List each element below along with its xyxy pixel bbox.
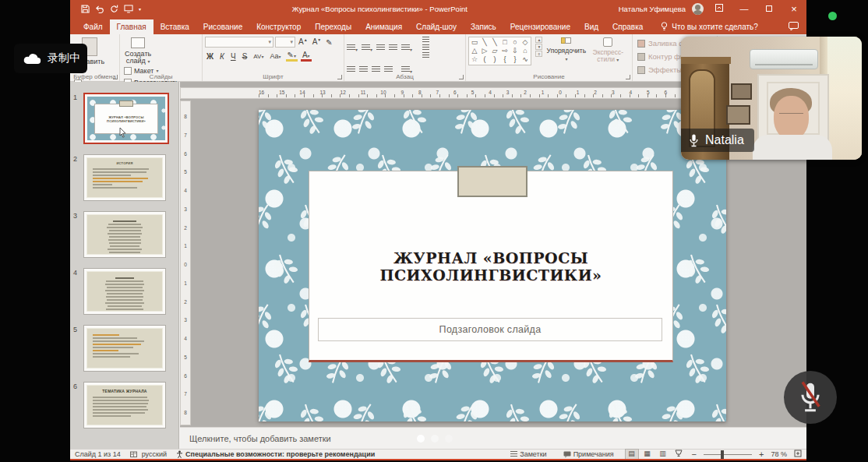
tab-Главная[interactable]: Главная <box>110 19 153 34</box>
slide-thumbnail-6[interactable]: ТЕМАТИКА ЖУРНАЛА <box>83 382 166 428</box>
account-avatar[interactable] <box>692 3 704 15</box>
slide-canvas[interactable]: ЖУРНАЛ «ВОПРОСЫ ПСИХОЛИНГВИСТИКИ» Подзаг… <box>259 110 726 421</box>
shapes-gallery[interactable]: ▭╲╲□○◇△▷▱⇨⇩⌂☆(){}∿ <box>468 37 531 65</box>
shape-icon[interactable]: { <box>501 55 509 64</box>
new-slide-button[interactable]: Создать слайд ▾ <box>122 37 153 65</box>
tab-Слайд-шоу[interactable]: Слайд-шоу <box>409 19 464 34</box>
shape-icon[interactable]: ○ <box>511 38 519 47</box>
slide-thumbnail-2[interactable]: ИСТОРИЯ <box>83 154 166 201</box>
proofing-icon[interactable] <box>130 451 137 458</box>
align-center-button[interactable] <box>359 66 368 73</box>
font-dialog-launcher[interactable] <box>337 75 342 79</box>
reading-view-button[interactable]: ▥ <box>657 450 669 459</box>
language-indicator[interactable]: русский <box>142 450 167 458</box>
align-right-button[interactable] <box>372 66 380 73</box>
shape-icon[interactable]: ( <box>481 55 489 64</box>
microphone-muted-button[interactable] <box>784 371 837 424</box>
tell-me-box[interactable]: Что вы хотите сделать? <box>661 22 758 34</box>
shape-icon[interactable]: ⌂ <box>521 47 529 55</box>
shape-icon[interactable]: ⇨ <box>501 47 509 55</box>
slide-thumbnail-3[interactable] <box>83 211 166 258</box>
zoom-out-button[interactable]: − <box>692 450 697 459</box>
italic-button[interactable]: К <box>218 52 226 61</box>
shape-icon[interactable]: ◇ <box>521 38 529 47</box>
tab-Анимация[interactable]: Анимация <box>358 19 409 34</box>
slide-thumbnail-5[interactable] <box>83 325 166 372</box>
drawing-dialog-launcher[interactable] <box>626 75 630 79</box>
text-direction-button[interactable] <box>422 37 429 43</box>
convert-smartart-button[interactable] <box>422 52 429 58</box>
shape-icon[interactable]: ▱ <box>491 47 499 55</box>
start-presentation-icon[interactable] <box>124 5 133 13</box>
font-name-combo[interactable]: ▾ <box>205 37 273 48</box>
redo-icon[interactable] <box>110 5 118 13</box>
slide-content-box[interactable]: ЖУРНАЛ «ВОПРОСЫ ПСИХОЛИНГВИСТИКИ» Подзаг… <box>309 171 673 362</box>
shape-icon[interactable]: ∿ <box>521 55 529 64</box>
fit-to-window-icon[interactable] <box>794 450 802 459</box>
notes-toggle-button[interactable]: Заметки <box>510 450 546 458</box>
tab-Запись[interactable]: Запись <box>464 19 503 34</box>
zoom-level[interactable]: 78 % <box>771 450 787 458</box>
slide-title[interactable]: ЖУРНАЛ «ВОПРОСЫ ПСИХОЛИНГВИСТИКИ» <box>309 249 672 284</box>
minimize-button[interactable]: — <box>735 0 753 18</box>
slide-counter[interactable]: Слайд 1 из 14 <box>75 450 121 458</box>
undo-icon[interactable] <box>95 5 104 13</box>
shape-icon[interactable]: ) <box>491 55 499 64</box>
tab-Вставка[interactable]: Вставка <box>153 19 196 34</box>
tab-Рисование[interactable]: Рисование <box>196 19 249 34</box>
numbering-button[interactable]: ▾ <box>362 41 372 55</box>
shape-icon[interactable]: ▭ <box>471 38 478 47</box>
slide-thumbnail-1[interactable]: ЖУРНАЛ «ВОПРОСЫ ПСИХОЛИНГВИСТИКИ» <box>83 93 169 144</box>
slide-sorter-view-button[interactable]: ▦ <box>641 450 654 459</box>
shape-icon[interactable]: ╲ <box>491 38 499 47</box>
save-icon[interactable] <box>81 5 90 13</box>
tab-Переходы[interactable]: Переходы <box>308 19 358 34</box>
decrease-indent-button[interactable] <box>376 44 385 51</box>
tab-Файл[interactable]: Файл <box>76 19 110 34</box>
line-spacing-button[interactable]: ▾ <box>401 41 412 55</box>
shapes-gallery-scroll[interactable]: ▲▼≡ <box>535 37 542 57</box>
ribbon-display-options-icon[interactable] <box>710 0 729 18</box>
notes-placeholder[interactable]: Щелкните, чтобы добавить заметки <box>189 434 331 443</box>
comments-toggle-button[interactable]: Примечания <box>563 450 614 458</box>
underline-button[interactable]: Ч <box>229 52 238 61</box>
accessibility-status[interactable]: Специальные возможности: проверьте реком… <box>176 450 375 458</box>
shape-icon[interactable]: ☆ <box>471 55 478 64</box>
tab-Вид[interactable]: Вид <box>577 19 605 34</box>
tab-Справка[interactable]: Справка <box>605 19 650 34</box>
comments-icon[interactable] <box>789 22 799 32</box>
align-text-button[interactable] <box>422 44 429 51</box>
slideshow-view-button[interactable] <box>672 450 685 459</box>
text-highlight-button[interactable]: ✎▾ <box>286 51 298 62</box>
normal-view-button[interactable]: ▤ <box>626 450 638 459</box>
zoom-slider[interactable] <box>704 454 752 455</box>
shape-icon[interactable]: ▷ <box>481 47 489 55</box>
slide-thumbnail-4[interactable] <box>83 268 166 315</box>
clipboard-dialog-launcher[interactable] <box>113 75 118 79</box>
shape-icon[interactable]: □ <box>501 38 509 47</box>
align-left-button[interactable] <box>347 66 355 73</box>
bullets-button[interactable]: ▾ <box>347 41 358 55</box>
grow-font-button[interactable]: А▲ <box>297 37 309 46</box>
clear-formatting-button[interactable]: ✎ <box>324 38 333 47</box>
strikethrough-button[interactable]: S <box>241 52 249 61</box>
restore-button[interactable] <box>760 0 778 18</box>
slide-subtitle-placeholder[interactable]: Подзаголовок слайда <box>318 318 662 341</box>
font-color-button[interactable]: А▾ <box>301 51 312 62</box>
shape-icon[interactable]: } <box>511 55 519 64</box>
bold-button[interactable]: Ж <box>205 52 215 61</box>
zoom-slider-handle[interactable] <box>721 450 724 459</box>
tab-Рецензирование[interactable]: Рецензирование <box>503 19 577 34</box>
shape-icon[interactable]: ⇩ <box>511 47 519 55</box>
shape-icon[interactable]: ╲ <box>481 38 489 47</box>
paragraph-dialog-launcher[interactable] <box>459 75 464 79</box>
account-name[interactable]: Наталья Уфимцева <box>619 5 686 13</box>
change-case-button[interactable]: Аа▾ <box>268 52 282 60</box>
close-button[interactable]: × <box>785 0 803 18</box>
quick-styles-button[interactable]: Экспресс- стили ▾ <box>590 37 626 64</box>
font-size-combo[interactable]: ▾ <box>275 37 295 48</box>
character-spacing-button[interactable]: AV▾ <box>252 53 265 60</box>
zoom-in-button[interactable]: + <box>759 450 764 459</box>
justify-button[interactable] <box>384 66 393 73</box>
tab-Конструктор[interactable]: Конструктор <box>249 19 308 34</box>
